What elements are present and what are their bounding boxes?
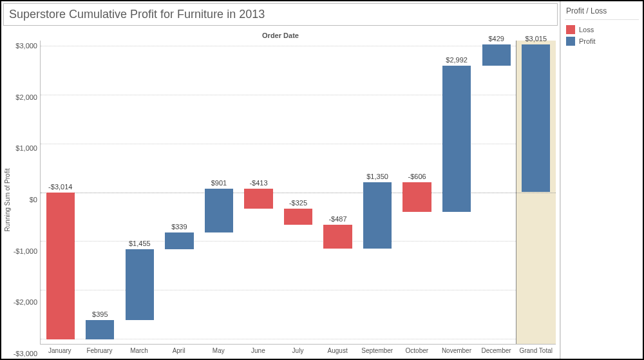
bar-value-label: $901 (199, 179, 239, 189)
legend-label: Loss (579, 26, 594, 33)
y-axis-ticks: -$3,000-$2,000-$1,000$0$1,000$2,000$3,00… (14, 41, 40, 359)
legend-title: Profit / Loss (565, 4, 639, 20)
bar-value-label: -$487 (318, 215, 358, 225)
bar[interactable] (165, 232, 193, 249)
bar[interactable] (482, 44, 511, 66)
bar-value-label: $395 (80, 310, 120, 320)
grid-line (41, 46, 556, 46)
y-tick-label: $1,000 (15, 144, 37, 152)
grid-line (41, 95, 556, 95)
bar-value-label: $1,350 (357, 173, 397, 182)
x-tick-label: January (48, 347, 71, 354)
x-tick-label: September (361, 347, 393, 354)
bar[interactable] (244, 189, 272, 209)
bar[interactable] (284, 209, 312, 225)
legend-label: Profit (579, 37, 596, 45)
bar-value-label: -$413 (239, 179, 279, 189)
chart-panel: Superstore Cumulative Profit for Furnitu… (1, 1, 560, 359)
zero-line (41, 193, 556, 193)
bar[interactable] (402, 182, 431, 212)
bar-value-label: $429 (477, 35, 516, 44)
y-tick-label: $2,000 (15, 93, 37, 101)
bar[interactable] (86, 320, 114, 339)
bar-value-label: $1,455 (120, 240, 160, 249)
bar-value-label: $2,992 (437, 56, 477, 66)
x-tick-label: March (130, 347, 148, 354)
grid-line (41, 339, 556, 339)
legend-swatch (566, 37, 575, 46)
legend-item[interactable]: Loss (565, 24, 639, 35)
y-tick-label: -$1,000 (14, 247, 37, 255)
legend-swatch (566, 25, 575, 34)
bar[interactable] (46, 193, 75, 340)
x-tick-label: June (251, 347, 265, 354)
y-tick-label: -$3,000 (14, 350, 37, 357)
y-tick-label: -$2,000 (14, 298, 37, 306)
bar-value-label: $339 (160, 223, 200, 232)
plot-area[interactable]: -$3,014$395$1,455$339$901-$413-$325-$487… (40, 41, 556, 345)
bar-value-label: -$3,014 (41, 183, 80, 193)
y-tick-label: $0 (30, 196, 37, 204)
x-tick-label: May (213, 347, 225, 354)
x-tick-label: August (328, 347, 348, 354)
grid-line (41, 241, 556, 242)
bar[interactable] (522, 44, 550, 192)
bar[interactable] (205, 189, 233, 232)
grid-line (41, 290, 556, 290)
plot-wrap: Running Sum of Profit -$3,000-$2,000-$1,… (1, 41, 560, 359)
x-tick-label: February (86, 347, 112, 354)
legend-item[interactable]: Profit (565, 35, 639, 47)
app-frame: Superstore Cumulative Profit for Furnitu… (0, 0, 644, 360)
y-axis-title-container: Running Sum of Profit (1, 41, 14, 359)
x-tick-label: April (173, 347, 185, 354)
legend-panel: Profit / Loss LossProfit (560, 1, 643, 359)
x-tick-label: Grand Total (519, 347, 553, 354)
bar[interactable] (323, 225, 352, 249)
y-axis-title: Running Sum of Profit (5, 168, 12, 231)
x-tick-label: October (406, 347, 429, 354)
bar-value-label: -$606 (397, 173, 437, 182)
chart-title: Superstore Cumulative Profit for Furnitu… (3, 3, 558, 26)
x-tick-label: July (292, 347, 304, 354)
bar[interactable] (442, 66, 471, 212)
legend-items: LossProfit (565, 24, 639, 47)
bar[interactable] (363, 182, 392, 249)
y-tick-label: $3,000 (15, 42, 37, 50)
x-axis-ticks: JanuaryFebruaryMarchAprilMayJuneJulyAugu… (40, 346, 556, 357)
x-tick-label: November (442, 347, 471, 354)
bar[interactable] (126, 249, 154, 321)
bar-value-label: $3,015 (516, 35, 556, 44)
grid-line (41, 144, 556, 144)
bar-value-label: -$325 (278, 199, 318, 209)
x-tick-label: December (481, 347, 511, 354)
